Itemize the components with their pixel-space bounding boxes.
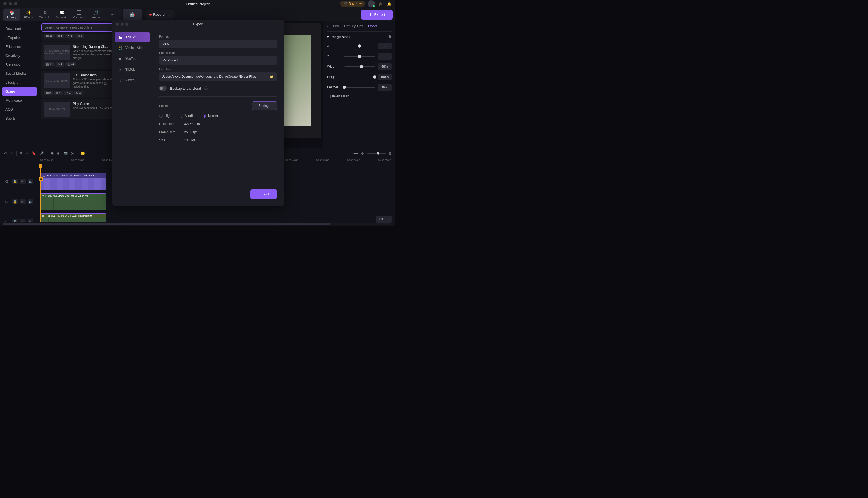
tab-more[interactable]: ⋯ <box>104 9 121 21</box>
academy-icon[interactable]: 🎓 <box>378 1 383 7</box>
user-avatar[interactable] <box>368 0 375 7</box>
tab-captions[interactable]: 🅃Captions <box>71 9 87 21</box>
video-clip[interactable]: ✦Image Mask Rec_2024-08-08 14-34-05 <box>40 193 107 210</box>
lock-icon[interactable]: 🔓 <box>13 179 18 184</box>
mic-icon[interactable]: 🎤 <box>39 152 44 156</box>
visibility-icon[interactable]: 👁 <box>20 219 26 222</box>
screen-clip[interactable]: ▦Rec_2024-08-08 14-34-05.dcrc (Screen) 0 <box>40 213 107 222</box>
quality-middle[interactable]: Middle <box>179 114 194 118</box>
resource-item[interactable]: ▦ 16 ⧉ 3 ✦ 2 ◎ 2 ⬇ <box>41 34 119 40</box>
visibility-icon[interactable]: 👁 <box>20 199 26 205</box>
tab-library[interactable]: 📚Library <box>3 9 20 21</box>
prop-value[interactable]: 0 <box>378 53 392 60</box>
zoom-in-icon[interactable]: ⊕ <box>389 152 392 156</box>
sidebar-item-acg[interactable]: ACG <box>2 105 38 114</box>
dest-vimeo[interactable]: 𝓥Vimeo <box>114 75 150 86</box>
tab-audio[interactable]: 🎵Audio <box>87 9 104 21</box>
prop-slider[interactable] <box>344 77 375 78</box>
adjust-icon[interactable]: ⚙ <box>57 152 60 156</box>
sidebar-item-sports[interactable]: Sports <box>2 114 38 122</box>
sidebar-item-download[interactable]: Download <box>2 25 38 33</box>
dest-this-pc[interactable]: 🖥This PC <box>114 32 150 42</box>
sidebar-item-business[interactable]: Business <box>2 60 38 69</box>
zoom-out-icon[interactable]: ⊖ <box>361 152 364 156</box>
prop-slider[interactable] <box>344 46 375 47</box>
fit-width-icon[interactable]: ⟷ <box>353 152 358 156</box>
chevron-down-icon[interactable]: ⌄ <box>168 13 171 16</box>
tab-hotkey[interactable]: HotKey Tips <box>344 24 363 30</box>
cursor-icon[interactable]: ➤ <box>71 152 74 156</box>
tab-annotations[interactable]: 💬Annotat... <box>54 9 71 21</box>
maximize-icon[interactable] <box>125 23 128 26</box>
minimize-icon[interactable] <box>121 23 124 26</box>
sidebar-item-creativity[interactable]: Creativity <box>2 51 38 60</box>
trash-icon[interactable]: 🗑 <box>388 35 392 39</box>
audio-clip[interactable]: ◁▷Rec_2024-08-08 14-34-05.dcrc (Micropho… <box>40 173 107 190</box>
invert-mask-checkbox[interactable] <box>327 95 330 98</box>
group-icon[interactable]: ◉ <box>51 152 54 156</box>
redo-icon[interactable]: ↷ <box>10 152 13 156</box>
buy-now-button[interactable]: 🛒 Buy Now <box>340 1 365 7</box>
sidebar-item-education[interactable]: Education <box>2 42 38 51</box>
quality-normal[interactable]: Normal <box>203 114 219 118</box>
mute-icon[interactable]: 🔈 <box>28 219 33 222</box>
split-icon[interactable]: ✂ <box>26 152 28 156</box>
dest-youtube[interactable]: ▶YouTube <box>114 54 150 64</box>
visibility-icon[interactable]: 👁 <box>20 179 26 184</box>
dest-tiktok[interactable]: ♪TikTok <box>114 64 150 75</box>
project-name-input[interactable] <box>159 56 277 65</box>
dest-vertical[interactable]: 📱Vertical Video <box>114 43 150 53</box>
collapse-icon[interactable]: ▾ <box>327 35 329 39</box>
playhead[interactable] <box>40 164 41 222</box>
settings-button[interactable]: Settings <box>252 101 277 110</box>
backup-toggle[interactable] <box>159 86 167 91</box>
snapshot-icon[interactable]: 📷 <box>63 152 68 156</box>
resource-item[interactable]: PLAY GAMES Play Games This is a pack abo… <box>41 99 119 119</box>
help-icon[interactable]: ⓘ <box>204 86 208 91</box>
prop-slider[interactable] <box>344 66 375 67</box>
prop-value[interactable]: 0% <box>378 84 392 91</box>
tab-effect[interactable]: Effect <box>368 24 377 30</box>
lock-icon[interactable]: 🔓 <box>13 199 18 205</box>
prop-value[interactable]: 100% <box>378 74 392 80</box>
mute-icon[interactable]: 🔈 <box>28 199 33 205</box>
sidebar-item-game[interactable]: Game <box>2 87 38 96</box>
tab-effects[interactable]: ✨Effects <box>20 9 37 21</box>
undo-icon[interactable]: ↶ <box>4 152 7 156</box>
tab-cursor[interactable]: rsor <box>333 24 339 30</box>
playhead-handle[interactable]: ⟨⟩ <box>39 177 43 181</box>
quality-high[interactable]: High <box>159 114 171 118</box>
directory-field[interactable]: /Users/steve/Documents/Wondershare DemoC… <box>159 72 277 81</box>
folder-icon[interactable]: 📁 <box>270 75 274 79</box>
notifications-icon[interactable]: 🔔 <box>386 1 392 7</box>
close-window[interactable] <box>3 2 6 5</box>
record-button[interactable]: Record ⌄ <box>146 10 175 19</box>
close-icon[interactable] <box>116 23 119 26</box>
chevron-left-icon[interactable]: ‹ <box>327 24 328 30</box>
minimize-window[interactable] <box>9 2 12 5</box>
export-button[interactable]: ⬇ Export <box>361 10 393 19</box>
resource-item[interactable]: STREAMING GAMING CHAMPIONSHIP PACK Strea… <box>41 42 119 69</box>
mute-icon[interactable]: 🔈 <box>28 179 33 184</box>
lock-icon[interactable]: 🔓 <box>13 219 18 222</box>
prop-value[interactable]: 56% <box>378 63 392 70</box>
resource-item[interactable]: 3D GAMING INTRO 3D Gaming Intro This is … <box>41 71 119 97</box>
prop-slider[interactable] <box>344 56 375 57</box>
marker-icon[interactable]: 🔖 <box>32 152 36 156</box>
tab-transitions[interactable]: ⧉Transiti... <box>37 9 54 21</box>
sidebar-item-social[interactable]: Social Media <box>2 69 38 78</box>
emoji-icon[interactable]: 😊 <box>81 152 85 156</box>
search-input[interactable] <box>41 23 119 31</box>
sidebar-item-popular[interactable]: Popular <box>2 34 38 42</box>
zoom-slider[interactable] <box>367 153 386 154</box>
prop-value[interactable]: 0 <box>378 43 392 49</box>
format-dropdown[interactable]: MOV⌄ <box>159 40 277 48</box>
tab-ai[interactable]: 🤖 <box>123 9 142 21</box>
prop-slider[interactable] <box>344 87 375 88</box>
export-confirm-button[interactable]: Export <box>250 189 277 199</box>
sidebar-item-lifestyle[interactable]: Lifestyle <box>2 78 38 87</box>
timeline-scrollbar[interactable] <box>3 223 393 225</box>
sidebar-item-metaverse[interactable]: Metaverse <box>2 96 38 105</box>
crop-icon[interactable]: ⧉ <box>20 151 22 156</box>
maximize-window[interactable] <box>14 2 17 5</box>
